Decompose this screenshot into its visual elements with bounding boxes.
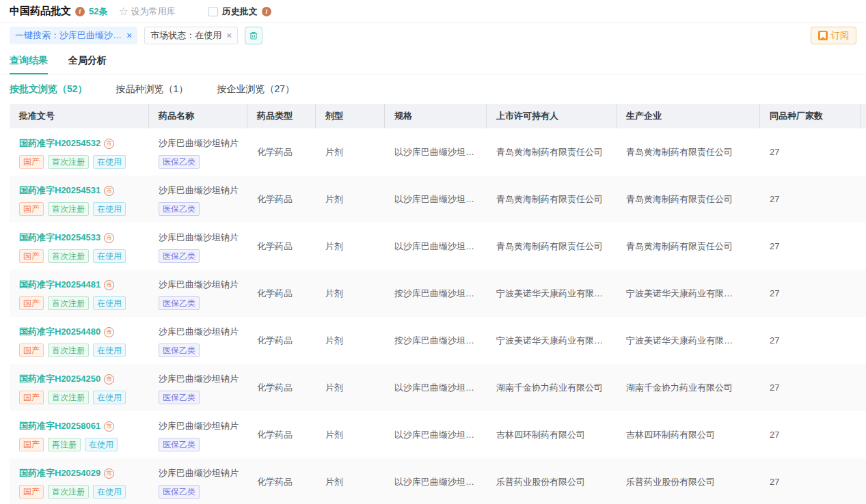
status-badge: 首次注册 bbox=[48, 202, 89, 216]
approval-number-link[interactable]: 国药准字H20254531 bbox=[19, 184, 100, 197]
table-row[interactable]: 国药准字H20254533 市 国产首次注册在使用 沙库巴曲缬沙坦钠片 医保乙类… bbox=[10, 223, 866, 270]
status-badge: 在使用 bbox=[93, 249, 126, 263]
table-row[interactable]: 国药准字H20254480 市 国产首次注册在使用 沙库巴曲缬沙坦钠片 医保乙类… bbox=[10, 317, 866, 364]
same-product-count: 27 bbox=[760, 430, 861, 440]
column-header-specification: 规格 bbox=[385, 104, 487, 128]
same-product-count: 27 bbox=[760, 288, 861, 298]
subtab-by-company[interactable]: 按企业浏览（27） bbox=[217, 83, 295, 96]
drug-type: 化学药品 bbox=[247, 288, 316, 300]
column-header-dosage-form: 剂型 bbox=[316, 104, 385, 128]
info-icon[interactable]: i bbox=[75, 7, 85, 16]
tab-global-analysis[interactable]: 全局分析 bbox=[68, 48, 107, 74]
table-row[interactable]: 国药准字H20258061 市 国产再注册在使用 沙库巴曲缬沙坦钠片 医保乙类 … bbox=[10, 411, 866, 458]
status-badge: 在使用 bbox=[85, 438, 118, 451]
license-holder: 青岛黄海制药有限责任公司 bbox=[487, 193, 617, 206]
status-badge: 国产 bbox=[19, 391, 44, 404]
column-header-drug-name: 药品名称 bbox=[149, 104, 247, 128]
same-product-count: 27 bbox=[760, 147, 861, 157]
subtab-by-variety[interactable]: 按品种浏览（1） bbox=[116, 83, 189, 96]
drug-name: 沙库巴曲缬沙坦钠片 bbox=[159, 467, 247, 479]
view-subtabs: 按批文浏览（52） 按品种浏览（1） 按企业浏览（27） bbox=[0, 74, 866, 104]
bookmark-icon bbox=[818, 31, 828, 40]
filter-tag-market-status[interactable]: 市场状态：在使用 × bbox=[144, 27, 238, 44]
table-row[interactable]: 国药准字H20254029 市 国产首次注册在使用 沙库巴曲缬沙坦钠片 医保乙类… bbox=[10, 458, 866, 504]
approval-number-link[interactable]: 国药准字H20254480 bbox=[19, 326, 100, 338]
specification: 按沙库巴曲缬沙坦… bbox=[385, 288, 487, 300]
approval-number-link[interactable]: 国药准字H20258061 bbox=[19, 420, 100, 432]
filter-tag-quick-search[interactable]: 一键搜索：沙库巴曲缬沙… × bbox=[10, 27, 137, 44]
drug-name: 沙库巴曲缬沙坦钠片 bbox=[159, 232, 247, 244]
same-product-count: 27 bbox=[760, 194, 861, 204]
column-header-approval-number: 批准文号 bbox=[10, 104, 149, 128]
drug-type: 化学药品 bbox=[247, 429, 316, 441]
table-row[interactable]: 国药准字H20254532 市 国产首次注册在使用 沙库巴曲缬沙坦钠片 医保乙类… bbox=[10, 128, 866, 176]
approval-number-link[interactable]: 国药准字H20254250 bbox=[19, 373, 100, 385]
badge-group: 国产首次注册在使用 bbox=[19, 202, 149, 216]
approval-number-link[interactable]: 国药准字H20254532 bbox=[19, 137, 100, 150]
dosage-form: 片剂 bbox=[316, 476, 385, 488]
approval-number-link[interactable]: 国药准字H20254481 bbox=[19, 279, 100, 291]
main-tabs: 查询结果 全局分析 bbox=[0, 48, 866, 74]
clear-filters-button[interactable] bbox=[245, 27, 262, 44]
filter-bar: 一键搜索：沙库巴曲缬沙… × 市场状态：在使用 × 订阅 bbox=[0, 23, 866, 48]
close-icon[interactable]: × bbox=[226, 31, 232, 40]
manufacturer: 湖南千金协力药业有限公司 bbox=[617, 382, 760, 394]
subtab-by-approval[interactable]: 按批文浏览（52） bbox=[10, 83, 87, 96]
approval-number-link[interactable]: 国药准字H20254533 bbox=[19, 232, 100, 244]
status-badge: 首次注册 bbox=[48, 344, 89, 357]
trash-icon bbox=[249, 31, 258, 40]
dosage-form: 片剂 bbox=[316, 429, 385, 441]
specification: 以沙库巴曲缬沙坦… bbox=[385, 382, 487, 394]
history-checkbox[interactable] bbox=[208, 7, 218, 16]
close-icon[interactable]: × bbox=[126, 31, 132, 40]
drug-type: 化学药品 bbox=[247, 382, 316, 394]
license-holder: 青岛黄海制药有限责任公司 bbox=[487, 146, 617, 158]
drug-type: 化学药品 bbox=[247, 146, 316, 158]
subscribe-button[interactable]: 订阅 bbox=[811, 27, 856, 44]
market-circle-icon: 市 bbox=[104, 280, 114, 290]
subscribe-label: 订阅 bbox=[831, 29, 849, 42]
history-approvals-toggle[interactable]: 历史批文 i bbox=[208, 5, 271, 18]
dosage-form: 片剂 bbox=[316, 335, 385, 347]
license-holder: 宁波美诺华天康药业有限… bbox=[487, 335, 617, 347]
drug-name: 沙库巴曲缬沙坦钠片 bbox=[159, 184, 247, 197]
manufacturer: 宁波美诺华天康药业有限… bbox=[617, 288, 760, 300]
specification: 以沙库巴曲缬沙坦… bbox=[385, 429, 487, 441]
table-row[interactable]: 国药准字H20254531 市 国产首次注册在使用 沙库巴曲缬沙坦钠片 医保乙类… bbox=[10, 176, 866, 223]
dosage-form: 片剂 bbox=[316, 146, 385, 158]
drug-type: 化学药品 bbox=[247, 193, 316, 206]
page-header: 中国药品批文 i 52条 ☆ 设为常用库 历史批文 i bbox=[0, 0, 866, 23]
license-holder: 吉林四环制药有限公司 bbox=[487, 429, 617, 441]
badge-group: 国产再注册在使用 bbox=[19, 438, 149, 451]
insurance-badge: 医保乙类 bbox=[159, 438, 200, 451]
license-holder: 宁波美诺华天康药业有限… bbox=[487, 288, 617, 300]
manufacturer: 青岛黄海制药有限责任公司 bbox=[617, 146, 760, 158]
status-badge: 在使用 bbox=[93, 155, 126, 169]
table-row[interactable]: 国药准字H20254250 市 国产首次注册在使用 沙库巴曲缬沙坦钠片 医保乙类… bbox=[10, 364, 866, 411]
specification: 按沙库巴曲缬沙坦… bbox=[385, 335, 487, 347]
status-badge: 国产 bbox=[19, 296, 44, 310]
status-badge: 首次注册 bbox=[48, 296, 89, 310]
info-icon[interactable]: i bbox=[262, 7, 271, 16]
set-favorite-library[interactable]: ☆ 设为常用库 bbox=[118, 5, 175, 18]
badge-group: 国产首次注册在使用 bbox=[19, 155, 149, 169]
history-label: 历史批文 bbox=[222, 5, 258, 18]
same-product-count: 27 bbox=[760, 477, 861, 487]
drug-name: 沙库巴曲缬沙坦钠片 bbox=[159, 373, 247, 385]
drug-name: 沙库巴曲缬沙坦钠片 bbox=[159, 420, 247, 432]
drug-name: 沙库巴曲缬沙坦钠片 bbox=[159, 326, 247, 338]
status-badge: 国产 bbox=[19, 155, 44, 169]
status-badge: 国产 bbox=[19, 438, 44, 451]
table-row[interactable]: 国药准字H20254481 市 国产首次注册在使用 沙库巴曲缬沙坦钠片 医保乙类… bbox=[10, 270, 866, 317]
market-circle-icon: 市 bbox=[104, 374, 114, 384]
column-header-same-product-count: 同品种厂家数 bbox=[760, 104, 861, 128]
column-header-manufacturer: 生产企业 bbox=[617, 104, 760, 128]
specification: 以沙库巴曲缬沙坦… bbox=[385, 476, 487, 488]
market-circle-icon: 市 bbox=[104, 327, 114, 337]
favorite-label: 设为常用库 bbox=[131, 5, 176, 18]
status-badge: 国产 bbox=[19, 202, 44, 216]
insurance-badge: 医保乙类 bbox=[159, 485, 200, 499]
tab-query-results[interactable]: 查询结果 bbox=[10, 48, 48, 74]
approval-number-link[interactable]: 国药准字H20254029 bbox=[19, 467, 100, 479]
status-badge: 国产 bbox=[19, 344, 44, 357]
